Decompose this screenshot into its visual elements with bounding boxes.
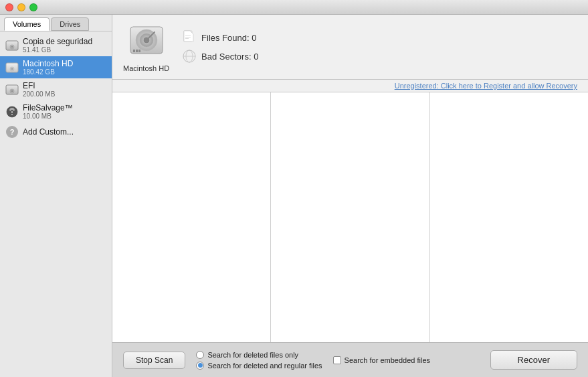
search-options: Search for deleted files only Search for… [196, 351, 322, 370]
copia-text: Copia de seguridad 51.41 GB [23, 37, 92, 54]
title-bar [0, 0, 588, 15]
efi-icon [5, 83, 19, 96]
sidebar: Volumes Drives [0, 15, 112, 377]
question-icon: ? [5, 125, 19, 139]
svg-rect-17 [133, 50, 135, 52]
svg-point-2 [11, 46, 13, 48]
drive-preview: Macintosh HD [123, 21, 169, 72]
tab-drives[interactable]: Drives [51, 17, 89, 31]
macintosh-hd-icon [5, 61, 19, 74]
svg-rect-11 [11, 114, 13, 115]
file-list-area [112, 92, 588, 342]
filesalvage-name: FileSalvage™ [23, 103, 73, 112]
stop-scan-button[interactable]: Stop Scan [123, 352, 185, 369]
sidebar-item-filesalvage[interactable]: FileSalvage™ 10.00 MB [0, 100, 112, 123]
svg-rect-18 [136, 50, 138, 52]
svg-point-5 [11, 68, 13, 70]
svg-point-8 [11, 90, 13, 92]
file-column-1[interactable] [112, 92, 271, 342]
sidebar-item-copia[interactable]: Copia de seguridad 51.41 GB [0, 34, 112, 56]
svg-rect-21 [185, 35, 191, 36]
efi-text: EFI 200.00 MB [23, 81, 55, 98]
bad-sectors-icon [183, 50, 196, 63]
file-column-3[interactable] [430, 92, 588, 342]
files-found-label: Files Found: 0 [201, 33, 256, 43]
bad-sectors-row: Bad Sectors: 0 [183, 50, 258, 63]
recover-button[interactable]: Recover [490, 350, 577, 370]
sidebar-item-macintosh-hd[interactable]: Macintosh HD 180.42 GB [0, 56, 112, 78]
add-custom-text: Add Custom... [23, 127, 74, 137]
sidebar-items: Copia de seguridad 51.41 GB [0, 31, 112, 377]
drive-image [126, 21, 167, 62]
copia-size: 51.41 GB [23, 46, 92, 54]
sidebar-item-add-custom[interactable]: ? Add Custom... [0, 123, 112, 141]
minimize-button[interactable] [17, 3, 25, 11]
checkbox-embedded-label: Search for embedded files [345, 356, 430, 364]
svg-rect-19 [138, 50, 140, 52]
stats-area: Files Found: 0 Bad Sectors: 0 [183, 31, 258, 63]
bad-sectors-label: Bad Sectors: 0 [201, 52, 258, 62]
register-bar: Unregistered: Click here to Register and… [112, 80, 588, 92]
macintosh-hd-name: Macintosh HD [23, 59, 73, 68]
hd-icon [5, 39, 19, 52]
radio-dot-deleted-only [196, 351, 204, 359]
efi-size: 200.00 MB [23, 90, 55, 98]
radio-dot-deleted-regular [196, 362, 204, 370]
copia-name: Copia de seguridad [23, 37, 92, 46]
add-custom-name: Add Custom... [23, 127, 74, 137]
register-link[interactable]: Unregistered: Click here to Register and… [395, 82, 577, 90]
sidebar-item-efi[interactable]: EFI 200.00 MB [0, 78, 112, 100]
checkbox-embedded[interactable]: Search for embedded files [333, 356, 430, 364]
filesalvage-text: FileSalvage™ 10.00 MB [23, 103, 73, 120]
radio-deleted-only[interactable]: Search for deleted files only [196, 351, 322, 359]
radio-deleted-regular[interactable]: Search for deleted and regular files [196, 362, 322, 370]
main-area: Volumes Drives [0, 15, 588, 377]
tab-volumes[interactable]: Volumes [4, 17, 50, 31]
checkbox-box-embedded [333, 356, 341, 364]
filesalvage-size: 10.00 MB [23, 112, 73, 120]
file-column-2[interactable] [271, 92, 429, 342]
content-area: Macintosh HD Fi [112, 15, 588, 377]
filesalvage-icon [5, 105, 19, 119]
info-panel: Macintosh HD Fi [112, 15, 588, 80]
efi-name: EFI [23, 81, 55, 90]
radio-deleted-regular-label: Search for deleted and regular files [207, 362, 322, 370]
files-found-row: Files Found: 0 [183, 31, 258, 44]
radio-deleted-only-label: Search for deleted files only [207, 351, 298, 359]
file-icon [183, 31, 196, 44]
tab-bar: Volumes Drives [0, 15, 112, 31]
drive-label: Macintosh HD [123, 64, 169, 72]
macintosh-hd-text: Macintosh HD 180.42 GB [23, 59, 73, 76]
maximize-button[interactable] [29, 3, 37, 11]
svg-rect-10 [11, 111, 13, 113]
close-button[interactable] [5, 3, 13, 11]
svg-rect-22 [185, 37, 191, 37]
traffic-lights [5, 3, 37, 11]
svg-rect-23 [185, 38, 189, 39]
macintosh-hd-size: 180.42 GB [23, 68, 73, 76]
bottom-bar: Stop Scan Search for deleted files only … [112, 342, 588, 377]
